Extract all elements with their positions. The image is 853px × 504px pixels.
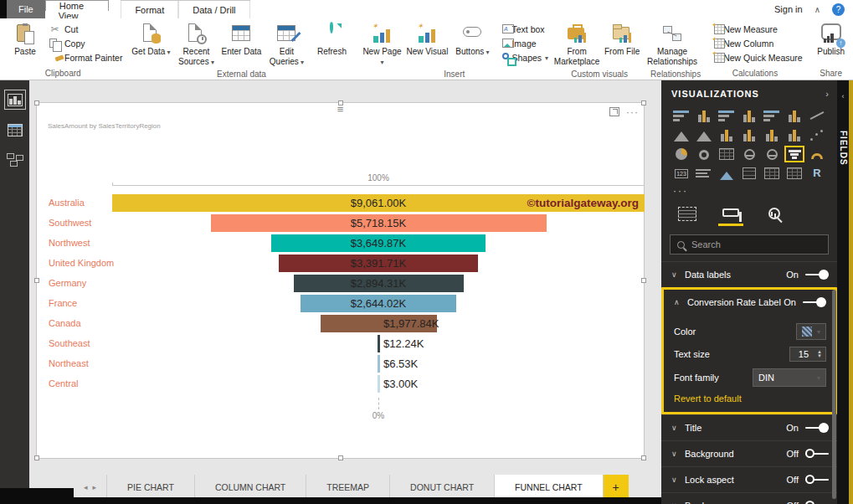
- line-and-clustered-column-chart-icon[interactable]: [739, 126, 759, 143]
- matrix-icon[interactable]: [784, 165, 804, 182]
- fields-collapse-icon[interactable]: ‹: [837, 80, 849, 100]
- page-tab-donut-chart[interactable]: DONUT CHART: [390, 475, 495, 499]
- fields-pane-collapsed[interactable]: ‹ FIELDS: [837, 80, 849, 504]
- copy-button[interactable]: Copy: [49, 38, 122, 49]
- area-chart-icon[interactable]: [671, 126, 691, 143]
- from-file-button[interactable]: From File: [600, 20, 644, 59]
- from-marketplace-button[interactable]: From Marketplace: [555, 20, 599, 69]
- get-data-button[interactable]: Get Data ▾: [129, 20, 172, 59]
- new-quick-measure-button[interactable]: New Quick Measure: [707, 52, 803, 64]
- section-header-lock-aspect[interactable]: ∨Lock aspectOff: [661, 467, 837, 492]
- treemap-icon[interactable]: [717, 146, 737, 162]
- funnel-bar[interactable]: [378, 375, 380, 393]
- funnel-bar[interactable]: [378, 335, 380, 352]
- waterfall-chart-icon[interactable]: [784, 126, 804, 143]
- pie-chart-icon[interactable]: [671, 146, 691, 162]
- section-header-background[interactable]: ∨BackgroundOff: [661, 441, 837, 466]
- file-menu-button[interactable]: File: [7, 0, 45, 18]
- stepper-arrows-icon[interactable]: ▲▼: [817, 350, 822, 358]
- resize-handle[interactable]: [34, 455, 39, 460]
- resize-handle[interactable]: [641, 100, 646, 105]
- revert-to-default-link[interactable]: Revert to default: [674, 393, 826, 404]
- text-box-button[interactable]: AText box: [496, 23, 548, 35]
- pane-scrollbar[interactable]: [832, 290, 836, 499]
- toggle-conversion-rate-label[interactable]: [803, 297, 826, 307]
- search-box[interactable]: [670, 234, 829, 255]
- r-script-visual-icon[interactable]: R: [807, 165, 827, 182]
- resize-handle[interactable]: [34, 100, 39, 105]
- funnel-bar[interactable]: [378, 355, 380, 373]
- funnel-chart-visual[interactable]: ≡ ··· SalesAmount by SalesTerritoryRegio…: [36, 102, 645, 459]
- funnel-chart-icon[interactable]: [784, 146, 804, 162]
- resize-handle[interactable]: [641, 278, 646, 283]
- kpi-icon[interactable]: [717, 165, 737, 182]
- section-header-data-labels[interactable]: ∨Data labelsOn: [661, 262, 837, 287]
- page-tab-treemap[interactable]: TREEMAP: [306, 475, 390, 499]
- new-measure-button[interactable]: New Measure: [707, 23, 803, 35]
- card-icon[interactable]: 123: [671, 165, 691, 182]
- text-size-stepper[interactable]: 15▲▼: [789, 347, 826, 362]
- format-painter-button[interactable]: Format Painter: [49, 52, 122, 64]
- new-page-button[interactable]: ✶New Page ▾: [360, 20, 403, 69]
- enter-data-button[interactable]: Enter Data: [219, 20, 263, 59]
- table-icon[interactable]: [762, 165, 782, 182]
- page-tab-pie-chart[interactable]: PIE CHART: [107, 475, 195, 499]
- resize-handle[interactable]: [641, 455, 646, 460]
- toggle-data-labels[interactable]: [805, 270, 829, 280]
- ribbon-tab-data-drill[interactable]: Data / Drill: [178, 1, 249, 18]
- ribbon-tab-format[interactable]: Format: [121, 1, 178, 18]
- new-column-button[interactable]: New Column: [707, 38, 803, 49]
- recent-sources-button[interactable]: Recent Sources ▾: [174, 20, 218, 69]
- section-header-conversion-rate-label[interactable]: ∧Conversion Rate LabelOn: [664, 290, 835, 315]
- shapes-button[interactable]: Shapes▾: [496, 52, 548, 64]
- toggle-border[interactable]: [805, 501, 829, 504]
- sign-in-button[interactable]: Sign in: [774, 4, 803, 14]
- color-picker-dropdown[interactable]: ▾: [796, 323, 826, 340]
- format-tab[interactable]: [720, 207, 742, 226]
- font-family-dropdown[interactable]: DIN▾: [753, 368, 826, 387]
- map-icon[interactable]: [739, 146, 759, 162]
- next-page-icon[interactable]: ▸: [93, 483, 97, 491]
- clustered-column-chart-icon[interactable]: [739, 107, 759, 124]
- section-header-border[interactable]: ∨BorderOff: [661, 493, 837, 504]
- more-visuals-icon[interactable]: ···: [661, 182, 837, 197]
- report-view-icon[interactable]: [5, 90, 25, 109]
- model-view-icon[interactable]: [5, 151, 25, 169]
- ribbon-chart-icon[interactable]: [762, 126, 782, 143]
- ribbon-tab-home[interactable]: Home: [45, 0, 110, 11]
- pane-expand-icon[interactable]: ›: [825, 89, 829, 99]
- clustered-bar-chart-icon[interactable]: [717, 107, 737, 124]
- search-input[interactable]: [691, 239, 821, 249]
- line-and-stacked-column-chart-icon[interactable]: [717, 126, 737, 143]
- scatter-chart-icon[interactable]: [807, 126, 827, 143]
- stacked-column-chart-icon[interactable]: [694, 107, 714, 124]
- donut-chart-icon[interactable]: [694, 146, 714, 162]
- paste-button[interactable]: Paste: [3, 20, 47, 59]
- multi-row-card-icon[interactable]: [694, 165, 714, 182]
- collapse-ribbon-icon[interactable]: ∧: [814, 5, 820, 14]
- stacked-bar-chart-icon[interactable]: [671, 107, 691, 124]
- 100-stacked-column-chart-icon[interactable]: [784, 107, 804, 124]
- line-chart-icon[interactable]: [807, 107, 827, 124]
- report-canvas[interactable]: ≡ ··· SalesAmount by SalesTerritoryRegio…: [29, 80, 661, 473]
- refresh-button[interactable]: Refresh: [310, 20, 353, 59]
- help-icon[interactable]: ?: [832, 3, 845, 16]
- resize-handle[interactable]: [34, 278, 39, 283]
- fields-tab[interactable]: [676, 207, 698, 226]
- stacked-area-chart-icon[interactable]: [694, 126, 714, 143]
- manage-relationships-button[interactable]: Manage Relationships: [650, 20, 694, 69]
- page-tab-column-chart[interactable]: COLUMN CHART: [195, 475, 306, 499]
- toggle-title[interactable]: [805, 423, 829, 433]
- prev-page-icon[interactable]: ◂: [84, 483, 88, 491]
- edit-queries-button[interactable]: Edit Queries ▾: [265, 20, 308, 69]
- gauge-icon[interactable]: [807, 146, 827, 162]
- toggle-lock-aspect[interactable]: [805, 475, 829, 485]
- publish-button[interactable]: ↑Publish: [809, 20, 853, 59]
- data-view-icon[interactable]: [5, 121, 25, 139]
- slicer-icon[interactable]: [739, 165, 759, 182]
- toggle-background[interactable]: [805, 449, 829, 459]
- new-page-button[interactable]: +: [604, 475, 629, 499]
- resize-handle[interactable]: [338, 100, 343, 105]
- filled-map-icon[interactable]: [762, 146, 782, 162]
- buttons-button[interactable]: Buttons ▾: [450, 20, 494, 59]
